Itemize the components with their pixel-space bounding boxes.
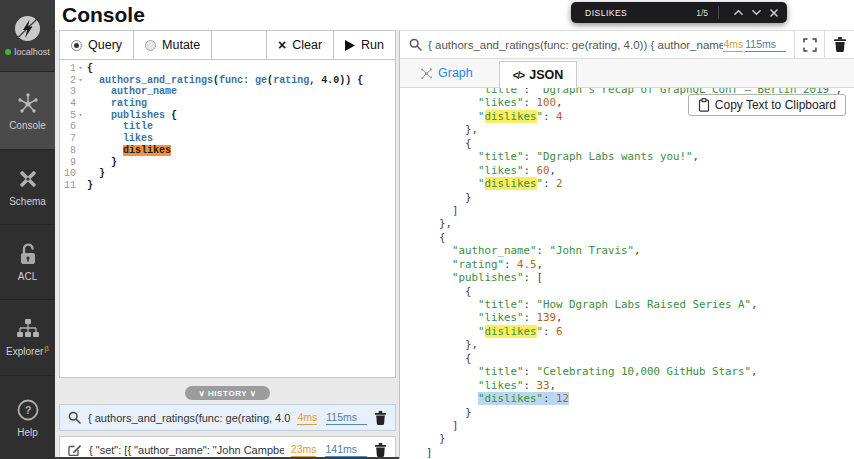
find-close-button[interactable] bbox=[765, 2, 783, 23]
find-next-button[interactable] bbox=[747, 2, 765, 23]
fold-triangle-icon[interactable]: ▾ bbox=[76, 110, 85, 122]
fold-triangle-icon[interactable]: ▾ bbox=[76, 63, 85, 75]
schema-tools-icon bbox=[16, 167, 40, 191]
json-line: } bbox=[426, 432, 854, 445]
find-query-text: DISLIKES bbox=[585, 8, 627, 18]
code-line: likes bbox=[87, 133, 395, 145]
json-line: "dislikes": 6 bbox=[426, 325, 854, 338]
json-line: { bbox=[426, 352, 854, 365]
clear-button[interactable]: × Clear bbox=[266, 31, 333, 59]
delete-result-button[interactable] bbox=[824, 31, 854, 58]
gutter-fold-row[interactable]: 5▾ bbox=[60, 110, 87, 122]
gutter-fold-row[interactable]: 2▾ bbox=[60, 75, 87, 87]
sidebar-item-label: Schema bbox=[9, 196, 46, 207]
delete-history-button[interactable] bbox=[374, 411, 387, 425]
json-line: { bbox=[426, 285, 854, 298]
sidebar-item-acl[interactable]: ACL bbox=[0, 225, 55, 300]
server-latency-link[interactable]: 4ms bbox=[723, 38, 743, 52]
sidebar: localhost Console Schema ACL Explorerβ bbox=[0, 0, 55, 459]
gutter-row: 10 bbox=[60, 168, 87, 180]
graph-nodes-icon bbox=[420, 67, 433, 80]
json-line: "publishes": [ bbox=[426, 271, 854, 284]
delete-history-button[interactable] bbox=[374, 443, 387, 457]
sidebar-item-explorer[interactable]: Explorerβ bbox=[0, 300, 55, 376]
code-line: } bbox=[87, 180, 395, 192]
copy-to-clipboard-button[interactable]: Copy Text to Clipboard bbox=[688, 94, 846, 116]
server-latency-link[interactable]: 4ms bbox=[297, 411, 317, 425]
editor-toolbar: Query Mutate × Clear Run bbox=[60, 31, 395, 60]
radio-selected-icon bbox=[71, 40, 82, 51]
mutate-mode-radio[interactable]: Mutate bbox=[134, 31, 212, 59]
console-graph-icon bbox=[16, 91, 40, 115]
divider bbox=[718, 6, 719, 19]
json-result-view[interactable]: "title": "Dgraph's recap of GraphQL Conf… bbox=[400, 88, 854, 459]
json-line: "author_name": "John Travis", bbox=[426, 244, 854, 257]
main-area: Console Query Mutate × Clear bbox=[55, 0, 854, 459]
gutter-fold-row[interactable]: 1▾ bbox=[60, 63, 87, 75]
fold-triangle-icon[interactable]: ▾ bbox=[76, 75, 85, 87]
dgraph-logo-icon bbox=[14, 15, 41, 42]
code-line: } bbox=[87, 168, 395, 180]
edit-icon bbox=[68, 443, 82, 456]
history-row-query[interactable]: { authors_and_ratings(func: ge(rating, 4… bbox=[59, 404, 396, 431]
tab-graph[interactable]: Graph bbox=[410, 59, 483, 87]
fullscreen-button[interactable] bbox=[794, 31, 824, 58]
sidebar-item-label: ACL bbox=[18, 271, 37, 282]
clipboard-icon bbox=[698, 98, 710, 112]
tab-json-label: JSON bbox=[529, 68, 563, 82]
svg-text:?: ? bbox=[24, 404, 31, 416]
tab-json[interactable]: </> JSON bbox=[499, 61, 578, 88]
total-latency-link[interactable]: 141ms bbox=[325, 443, 367, 457]
json-line: { bbox=[426, 137, 854, 150]
server-latency-link[interactable]: 23ms bbox=[291, 443, 317, 457]
json-line: "likes": 60, bbox=[426, 164, 854, 177]
search-icon bbox=[400, 31, 428, 58]
total-latency-link[interactable]: 115ms bbox=[326, 411, 367, 425]
gutter-row: 6 bbox=[60, 121, 87, 133]
code-line: dislikes bbox=[87, 145, 395, 157]
gutter-row: 3 bbox=[60, 86, 87, 98]
history-row-mutation[interactable]: { "set": [{ "author_name": "John Campbel… bbox=[59, 436, 396, 459]
sidebar-item-help[interactable]: ? Help bbox=[0, 376, 55, 459]
json-line: "rating": 4.5, bbox=[426, 258, 854, 271]
page-title: Console bbox=[62, 0, 145, 29]
history-toggle-button[interactable]: ∨ HISTORY ∨ bbox=[185, 386, 270, 400]
query-mode-label: Query bbox=[88, 38, 122, 52]
code-line: title bbox=[87, 121, 395, 133]
json-line: "title": "Celebrating 10,000 GitHub Star… bbox=[426, 365, 854, 378]
code-line: { bbox=[87, 63, 395, 75]
json-line: "title": "Dgraph Labs wants you!", bbox=[426, 150, 854, 163]
editor-gutter: 1▾2▾345▾67891011 bbox=[60, 63, 87, 377]
gutter-row: 11 bbox=[60, 180, 87, 192]
json-line: ] bbox=[426, 446, 854, 459]
json-line: "likes": 33, bbox=[426, 379, 854, 392]
code-line: publishes { bbox=[87, 110, 395, 122]
total-latency-link[interactable]: 115ms bbox=[745, 38, 786, 52]
json-line: "dislikes": 12 bbox=[426, 392, 854, 405]
copy-button-label: Copy Text to Clipboard bbox=[715, 98, 836, 112]
sidebar-item-label: Help bbox=[17, 427, 38, 438]
sidebar-item-label: Explorerβ bbox=[6, 344, 49, 357]
sidebar-item-label: Console bbox=[9, 120, 46, 131]
sidebar-item-console[interactable]: Console bbox=[0, 72, 55, 150]
result-query-bar[interactable]: { authors_and_ratings(func: ge(rating, 4… bbox=[400, 31, 854, 59]
find-in-page-bar[interactable]: DISLIKES 1/5 bbox=[571, 2, 787, 23]
toolbar-spacer bbox=[212, 31, 266, 59]
result-query-summary: { authors_and_ratings(func: ge(rating, 4… bbox=[428, 39, 723, 51]
run-button[interactable]: Run bbox=[333, 31, 395, 59]
json-output: "title": "Dgraph's recap of GraphQL Conf… bbox=[400, 88, 854, 459]
code-line: } bbox=[87, 157, 395, 169]
sidebar-server-localhost[interactable]: localhost bbox=[0, 0, 55, 72]
results-panel: { authors_and_ratings(func: ge(rating, 4… bbox=[399, 30, 854, 459]
code-line: author_name bbox=[87, 86, 395, 98]
find-previous-button[interactable] bbox=[729, 2, 747, 23]
json-line: }, bbox=[426, 123, 854, 136]
query-mode-radio[interactable]: Query bbox=[60, 31, 134, 59]
code-editor[interactable]: 1▾2▾345▾67891011 { authors_and_ratings(f… bbox=[60, 60, 395, 377]
json-line: "title": "How Dgraph Labs Raised Series … bbox=[426, 298, 854, 311]
run-play-icon bbox=[345, 40, 355, 51]
json-line: }, bbox=[426, 217, 854, 230]
explorer-sitemap-icon bbox=[16, 318, 40, 339]
tab-graph-label: Graph bbox=[438, 66, 473, 80]
sidebar-item-schema[interactable]: Schema bbox=[0, 150, 55, 225]
